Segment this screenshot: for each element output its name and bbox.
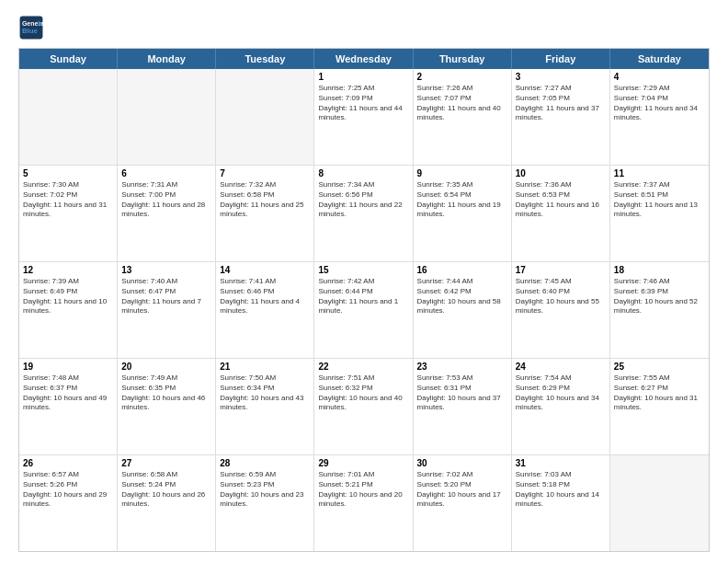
day-number: 15 [318, 265, 408, 275]
day-number: 12 [23, 265, 113, 275]
cell-details: Sunrise: 7:48 AM Sunset: 6:37 PM Dayligh… [23, 373, 113, 413]
cal-cell-19: 19Sunrise: 7:48 AM Sunset: 6:37 PM Dayli… [19, 359, 118, 454]
cal-cell-24: 24Sunrise: 7:54 AM Sunset: 6:29 PM Dayli… [512, 359, 610, 454]
day-number: 7 [220, 168, 310, 178]
day-number: 17 [516, 265, 606, 275]
cell-details: Sunrise: 7:02 AM Sunset: 5:20 PM Dayligh… [417, 470, 507, 510]
day-number: 9 [417, 168, 507, 178]
cal-cell-17: 17Sunrise: 7:45 AM Sunset: 6:40 PM Dayli… [512, 262, 610, 358]
page: General Blue SundayMondayTuesdayWednesda… [0, 0, 728, 563]
cal-cell-25: 25Sunrise: 7:55 AM Sunset: 6:27 PM Dayli… [610, 359, 709, 454]
calendar-row-0: 1Sunrise: 7:25 AM Sunset: 7:09 PM Daylig… [19, 69, 709, 165]
cal-cell-7: 7Sunrise: 7:32 AM Sunset: 6:58 PM Daylig… [216, 166, 314, 261]
day-number: 25 [614, 362, 705, 372]
cal-cell-14: 14Sunrise: 7:41 AM Sunset: 6:46 PM Dayli… [216, 262, 314, 358]
day-header-wednesday: Wednesday [314, 49, 413, 69]
cell-details: Sunrise: 7:01 AM Sunset: 5:21 PM Dayligh… [318, 470, 408, 510]
cal-cell-23: 23Sunrise: 7:53 AM Sunset: 6:31 PM Dayli… [414, 359, 512, 454]
day-number: 5 [23, 168, 113, 178]
cell-details: Sunrise: 7:50 AM Sunset: 6:34 PM Dayligh… [220, 373, 310, 413]
svg-text:Blue: Blue [22, 27, 39, 35]
cal-cell-22: 22Sunrise: 7:51 AM Sunset: 6:32 PM Dayli… [314, 359, 413, 454]
cal-cell-3: 3Sunrise: 7:27 AM Sunset: 7:05 PM Daylig… [512, 69, 610, 165]
header: General Blue [18, 15, 710, 40]
day-number: 8 [318, 168, 408, 178]
day-number: 19 [23, 362, 113, 372]
cell-details: Sunrise: 7:54 AM Sunset: 6:29 PM Dayligh… [516, 373, 606, 413]
cal-cell-empty-4-6 [610, 455, 709, 551]
day-number: 31 [516, 458, 606, 468]
cell-details: Sunrise: 7:46 AM Sunset: 6:39 PM Dayligh… [614, 277, 705, 316]
day-number: 13 [121, 265, 211, 275]
day-number: 24 [516, 362, 606, 372]
calendar: SundayMondayTuesdayWednesdayThursdayFrid… [18, 48, 710, 552]
cell-details: Sunrise: 7:30 AM Sunset: 7:02 PM Dayligh… [23, 180, 113, 220]
cell-details: Sunrise: 7:51 AM Sunset: 6:32 PM Dayligh… [318, 373, 408, 413]
cell-details: Sunrise: 7:45 AM Sunset: 6:40 PM Dayligh… [516, 277, 606, 316]
cal-cell-11: 11Sunrise: 7:37 AM Sunset: 6:51 PM Dayli… [610, 166, 709, 261]
day-header-sunday: Sunday [19, 49, 118, 69]
cell-details: Sunrise: 7:55 AM Sunset: 6:27 PM Dayligh… [614, 373, 705, 413]
cal-cell-empty-0-1 [118, 69, 216, 165]
day-number: 1 [318, 72, 408, 82]
cal-cell-empty-0-2 [216, 69, 314, 165]
day-header-monday: Monday [118, 49, 216, 69]
day-header-thursday: Thursday [414, 49, 512, 69]
cell-details: Sunrise: 7:37 AM Sunset: 6:51 PM Dayligh… [614, 180, 705, 220]
cell-details: Sunrise: 7:42 AM Sunset: 6:44 PM Dayligh… [318, 277, 408, 316]
day-header-saturday: Saturday [610, 49, 709, 69]
calendar-row-3: 19Sunrise: 7:48 AM Sunset: 6:37 PM Dayli… [19, 358, 709, 454]
day-number: 27 [121, 458, 211, 468]
cell-details: Sunrise: 7:36 AM Sunset: 6:53 PM Dayligh… [516, 180, 606, 220]
cal-cell-2: 2Sunrise: 7:26 AM Sunset: 7:07 PM Daylig… [414, 69, 512, 165]
cell-details: Sunrise: 7:32 AM Sunset: 6:58 PM Dayligh… [220, 180, 310, 220]
cal-cell-27: 27Sunrise: 6:58 AM Sunset: 5:24 PM Dayli… [118, 455, 216, 551]
day-number: 14 [220, 265, 310, 275]
cal-cell-4: 4Sunrise: 7:29 AM Sunset: 7:04 PM Daylig… [610, 69, 709, 165]
cell-details: Sunrise: 6:57 AM Sunset: 5:26 PM Dayligh… [23, 470, 113, 510]
cal-cell-26: 26Sunrise: 6:57 AM Sunset: 5:26 PM Dayli… [19, 455, 118, 551]
cal-cell-10: 10Sunrise: 7:36 AM Sunset: 6:53 PM Dayli… [512, 166, 610, 261]
day-number: 10 [516, 168, 606, 178]
day-number: 3 [516, 72, 606, 82]
day-number: 20 [121, 362, 211, 372]
cal-cell-9: 9Sunrise: 7:35 AM Sunset: 6:54 PM Daylig… [414, 166, 512, 261]
logo-icon: General Blue [18, 15, 44, 40]
calendar-row-4: 26Sunrise: 6:57 AM Sunset: 5:26 PM Dayli… [19, 454, 709, 551]
day-header-friday: Friday [512, 49, 610, 69]
day-number: 26 [23, 458, 113, 468]
calendar-row-2: 12Sunrise: 7:39 AM Sunset: 6:49 PM Dayli… [19, 261, 709, 358]
cal-cell-empty-0-0 [19, 69, 118, 165]
cell-details: Sunrise: 7:25 AM Sunset: 7:09 PM Dayligh… [318, 84, 408, 123]
cell-details: Sunrise: 7:40 AM Sunset: 6:47 PM Dayligh… [121, 277, 211, 316]
cal-cell-1: 1Sunrise: 7:25 AM Sunset: 7:09 PM Daylig… [314, 69, 413, 165]
cal-cell-6: 6Sunrise: 7:31 AM Sunset: 7:00 PM Daylig… [118, 166, 216, 261]
cell-details: Sunrise: 7:29 AM Sunset: 7:04 PM Dayligh… [614, 84, 705, 123]
day-number: 4 [614, 72, 705, 82]
cell-details: Sunrise: 7:34 AM Sunset: 6:56 PM Dayligh… [318, 180, 408, 220]
logo: General Blue [18, 15, 48, 40]
cell-details: Sunrise: 7:31 AM Sunset: 7:00 PM Dayligh… [121, 180, 211, 220]
day-header-tuesday: Tuesday [216, 49, 314, 69]
day-number: 16 [417, 265, 507, 275]
day-number: 29 [318, 458, 408, 468]
cell-details: Sunrise: 7:26 AM Sunset: 7:07 PM Dayligh… [417, 84, 507, 123]
cal-cell-12: 12Sunrise: 7:39 AM Sunset: 6:49 PM Dayli… [19, 262, 118, 358]
cal-cell-16: 16Sunrise: 7:44 AM Sunset: 6:42 PM Dayli… [414, 262, 512, 358]
cell-details: Sunrise: 6:58 AM Sunset: 5:24 PM Dayligh… [121, 470, 211, 510]
cell-details: Sunrise: 7:44 AM Sunset: 6:42 PM Dayligh… [417, 277, 507, 316]
day-number: 28 [220, 458, 310, 468]
day-number: 11 [614, 168, 705, 178]
cal-cell-15: 15Sunrise: 7:42 AM Sunset: 6:44 PM Dayli… [314, 262, 413, 358]
cal-cell-28: 28Sunrise: 6:59 AM Sunset: 5:23 PM Dayli… [216, 455, 314, 551]
calendar-header: SundayMondayTuesdayWednesdayThursdayFrid… [19, 49, 709, 69]
cell-details: Sunrise: 7:49 AM Sunset: 6:35 PM Dayligh… [121, 373, 211, 413]
cell-details: Sunrise: 7:41 AM Sunset: 6:46 PM Dayligh… [220, 277, 310, 316]
calendar-body: 1Sunrise: 7:25 AM Sunset: 7:09 PM Daylig… [19, 69, 709, 551]
cal-cell-18: 18Sunrise: 7:46 AM Sunset: 6:39 PM Dayli… [610, 262, 709, 358]
cal-cell-13: 13Sunrise: 7:40 AM Sunset: 6:47 PM Dayli… [118, 262, 216, 358]
day-number: 22 [318, 362, 408, 372]
day-number: 18 [614, 265, 705, 275]
day-number: 21 [220, 362, 310, 372]
cal-cell-30: 30Sunrise: 7:02 AM Sunset: 5:20 PM Dayli… [414, 455, 512, 551]
